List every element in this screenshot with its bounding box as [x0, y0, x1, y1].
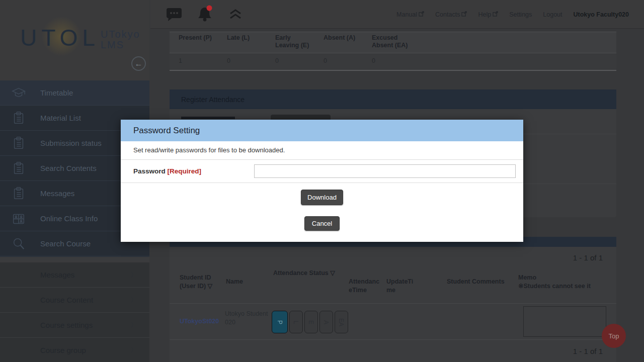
clipboard-icon — [11, 111, 26, 126]
screen: UTOL UTokyo LMS ← Timetable Material Lis… — [0, 0, 644, 362]
status-button-excused-absent[interactable]: EA — [335, 311, 348, 333]
col-header-memo: Memo ※Students cannot see it — [518, 274, 591, 291]
modal-title: Password Setting — [133, 126, 200, 136]
logout-link[interactable]: Logout — [543, 11, 562, 18]
attendance-summary-table: Present (P) Late (L) Early Leaving (E) A… — [170, 32, 616, 71]
collapse-chevrons-icon[interactable] — [229, 9, 242, 22]
topbar-links: Manual Contacts Help Settings Logout Uto… — [396, 0, 629, 29]
contacts-link[interactable]: Contacts — [435, 11, 467, 18]
chat-icon[interactable] — [166, 6, 183, 24]
clipboard-icon — [11, 161, 26, 176]
clipboard-icon — [11, 186, 26, 201]
status-button-early-leaving[interactable]: E — [304, 311, 318, 333]
password-setting-modal: Password Setting Set read/write password… — [121, 120, 523, 242]
hidden-label-sliver — [181, 117, 235, 119]
sidebar-subitem-messages[interactable]: Messages 〉 — [0, 262, 149, 288]
col-header-student-comments: Student Comments — [447, 278, 505, 286]
summary-value-row: 1 0 0 0 0 — [170, 53, 616, 70]
graduation-cap-icon — [11, 85, 26, 101]
manual-link[interactable]: Manual — [396, 11, 424, 18]
pagination-top: 1 - 1 of 1 — [573, 253, 603, 262]
sidebar-item-timetable[interactable]: Timetable — [0, 80, 149, 106]
app-logo-subtitle: UTokyo LMS — [101, 29, 140, 50]
settings-link[interactable]: Settings — [509, 11, 532, 18]
summary-value: 0 — [363, 53, 411, 70]
register-attendance-header: Register Attendance — [170, 89, 616, 109]
chevron-right-icon: 〉 — [130, 321, 137, 330]
modal-header: Password Setting — [121, 120, 523, 141]
sidebar-subitem-course-content[interactable]: Course Content 〉 — [0, 288, 149, 313]
online-class-icon — [11, 211, 26, 226]
modal-description: Set read/write passwords for files to be… — [133, 146, 285, 154]
chevron-right-icon: 〉 — [130, 270, 137, 280]
external-link-icon — [461, 11, 467, 18]
modal-divider — [121, 159, 523, 160]
summary-value: 0 — [218, 53, 266, 70]
sidebar-sub-nav: Messages 〉 Course Content 〉 Course setti… — [0, 262, 149, 362]
external-link-icon — [493, 11, 498, 18]
section-title: Register Attendance — [181, 96, 245, 104]
sidebar-subitem-course-settings[interactable]: Course settings 〉 — [0, 313, 149, 338]
topbar: Manual Contacts Help Settings Logout Uto… — [150, 0, 644, 29]
summary-header: Present (P) — [170, 32, 218, 53]
summary-header: Excused Absent (EA) — [363, 32, 411, 53]
summary-header: Early Leaving (E) — [266, 32, 314, 53]
notification-bell-icon[interactable] — [196, 5, 216, 25]
pagination-bottom: 1 - 1 of 1 — [573, 347, 603, 355]
required-badge: [Required] — [168, 167, 202, 175]
chevron-right-icon: 〉 — [130, 346, 137, 355]
status-button-present[interactable]: P — [272, 311, 288, 333]
sidebar-collapse-button[interactable]: ← — [131, 56, 146, 71]
summary-value: 0 — [314, 53, 363, 70]
memo-textarea[interactable] — [523, 306, 606, 337]
search-icon — [11, 236, 26, 251]
password-label: Password [Required] — [133, 167, 201, 175]
student-name: Utokyo Student020 — [225, 310, 269, 327]
attendance-status-buttons: P L E A EA — [272, 311, 348, 333]
clipboard-icon — [11, 136, 26, 151]
topbar-icons — [166, 5, 242, 25]
download-button[interactable]: Download — [301, 190, 343, 205]
col-header-student-id[interactable]: Student ID (User ID) ▽ — [180, 274, 212, 291]
summary-header: Late (L) — [218, 32, 266, 53]
cancel-button[interactable]: Cancel — [304, 216, 340, 231]
modal-divider — [121, 183, 523, 183]
col-header-attendance-time: AttendanceTime — [349, 278, 383, 295]
col-header-name: Name — [226, 278, 243, 286]
app-logo: UTOL — [20, 24, 100, 51]
back-to-top-button[interactable]: Top — [602, 324, 626, 348]
password-input[interactable] — [254, 164, 516, 178]
sidebar-divider-strip — [0, 257, 149, 262]
status-button-absent[interactable]: A — [319, 311, 333, 333]
summary-value: 0 — [266, 53, 314, 70]
logo-area: UTOL UTokyo LMS ← — [0, 0, 149, 80]
summary-value: 1 — [170, 53, 218, 70]
table-divider — [170, 339, 616, 340]
sidebar-subitem-course-group[interactable]: Course group 〉 — [0, 338, 149, 362]
user-name: Utokyo Faculty020 — [574, 11, 629, 18]
status-button-late[interactable]: L — [289, 311, 303, 333]
table-divider — [170, 303, 616, 304]
student-id-link[interactable]: UTokyoSt020 — [180, 318, 219, 325]
chevron-right-icon: 〉 — [130, 296, 137, 305]
back-arrow-icon: ← — [135, 59, 143, 68]
summary-header: Absent (A) — [314, 32, 363, 53]
col-header-update-time: UpdateTime — [386, 278, 419, 295]
summary-header-row: Present (P) Late (L) Early Leaving (E) A… — [170, 32, 616, 53]
help-link[interactable]: Help — [478, 11, 498, 18]
attendance-list-card: 1 - 1 of 1 Student ID (User ID) ▽ Name A… — [170, 247, 616, 362]
col-header-attendance-status[interactable]: Attendance Status ▽ — [273, 269, 335, 278]
external-link-icon — [419, 11, 424, 18]
